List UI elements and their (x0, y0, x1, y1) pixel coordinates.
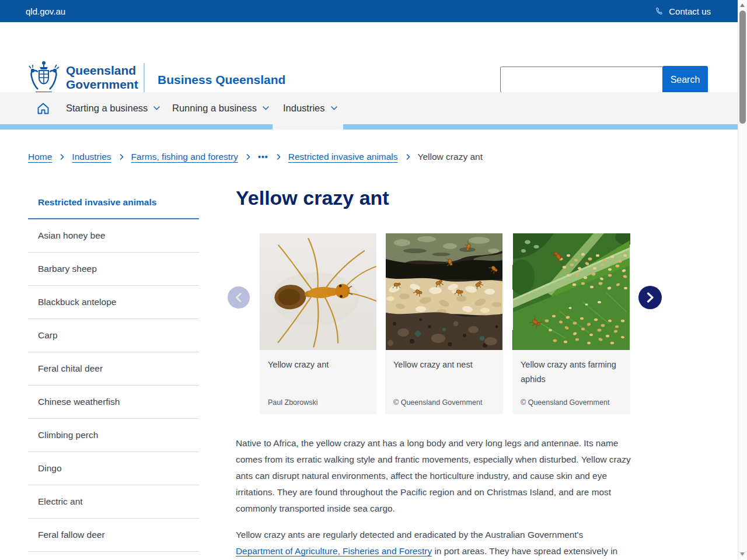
site-title[interactable]: Business Queensland (158, 73, 285, 87)
breadcrumb-separator-icon (276, 153, 281, 160)
chevron-down-icon (153, 106, 160, 111)
logo-wordmark: Queensland Government (66, 64, 138, 92)
vertical-scrollbar[interactable] (738, 0, 747, 560)
breadcrumb-home[interactable]: Home (28, 152, 52, 162)
breadcrumb: Home Industries Farms, fishing and fores… (28, 152, 483, 162)
chevron-right-icon (645, 292, 655, 303)
department-of-agriculture-link[interactable]: Department of Agriculture, Fisheries and… (236, 546, 432, 556)
article-body: Native to Africa, the yellow crazy ant h… (236, 435, 632, 560)
intro-paragraph: Native to Africa, the yellow crazy ant h… (236, 435, 632, 517)
search-input[interactable] (500, 66, 664, 93)
image-credit: © Queensland Government (521, 398, 609, 407)
home-icon (36, 102, 50, 116)
sidebar-item-feral-fallow-deer[interactable]: Feral fallow deer (28, 519, 199, 552)
carousel-caption-area: Yellow crazy ant nest © Queensland Gover… (385, 350, 503, 414)
phone-icon (655, 6, 664, 16)
scrollbar-up-arrow[interactable] (740, 4, 745, 7)
sidebar-item-feral-chital-deer[interactable]: Feral chital deer (28, 352, 199, 386)
sidebar-item-asian-honey-bee[interactable]: Asian honey bee (28, 219, 199, 253)
carousel-caption-area: Yellow crazy ants farming aphids © Queen… (512, 350, 630, 414)
site-header: Queensland Government Business Queenslan… (0, 22, 738, 92)
breadcrumb-separator-icon (246, 153, 250, 160)
sidebar-item-dingo[interactable]: Dingo (28, 452, 199, 485)
contact-us-label: Contact us (669, 6, 711, 16)
sidebar-item-blackbuck-antelope[interactable]: Blackbuck antelope (28, 286, 199, 319)
breadcrumb-separator-icon (406, 153, 410, 160)
carousel-caption-area: Yellow crazy ant Paul Zborowski (260, 350, 376, 414)
main-navigation: Starting a business Running a business I… (0, 92, 738, 130)
sidebar-item-electric-ant[interactable]: Electric ant (28, 485, 199, 519)
nav-item-industries[interactable]: Industries (283, 92, 338, 124)
nav-home-button[interactable] (36, 102, 50, 116)
image-caption: Yellow crazy ant (268, 358, 368, 372)
carousel-slide-2: Yellow crazy ant nest © Queensland Gover… (385, 233, 503, 414)
image-caption: Yellow crazy ants farming aphids (521, 358, 622, 387)
nav-accent-stripe (0, 124, 738, 130)
second-paragraph: Yellow crazy ants are regularly detected… (236, 527, 632, 559)
search-area: Search (500, 66, 708, 93)
carousel-slide-1: Yellow crazy ant Paul Zborowski (260, 233, 376, 414)
coat-of-arms-icon (28, 60, 60, 96)
breadcrumb-separator-icon (60, 153, 64, 160)
sidebar-heading-restricted-invasive-animals[interactable]: Restricted invasive animals (28, 192, 199, 219)
breadcrumb-farms-fishing-forestry[interactable]: Farms, fishing and forestry (131, 152, 238, 162)
breadcrumb-collapsed-ellipsis[interactable]: ••• (258, 152, 268, 162)
chevron-down-icon (330, 106, 338, 111)
carousel-slide-3: Yellow crazy ants farming aphids © Queen… (512, 233, 630, 414)
second-paragraph-text: Yellow crazy ants are regularly detected… (236, 530, 583, 540)
contact-us-link[interactable]: Contact us (655, 6, 711, 16)
nav-item-label: Industries (283, 103, 325, 114)
header-divider (144, 63, 145, 96)
search-button[interactable]: Search (662, 66, 708, 93)
chevron-left-icon (234, 292, 243, 303)
breadcrumb-industries[interactable]: Industries (72, 152, 111, 162)
nav-active-tab-indicator (273, 124, 343, 130)
scrollbar-thumb[interactable] (739, 10, 746, 124)
sidebar-item-barbary-sheep[interactable]: Barbary sheep (28, 253, 199, 286)
yellow-crazy-ant-photo (260, 233, 376, 350)
logo-line-2: Government (66, 78, 138, 92)
breadcrumb-current-page: Yellow crazy ant (418, 152, 483, 162)
logo-line-1: Queensland (66, 64, 138, 78)
second-paragraph-text: in port areas. They have spread extensiv… (432, 546, 617, 556)
nav-item-label: Starting a business (66, 103, 148, 114)
image-credit: Paul Zborowski (268, 398, 317, 407)
sidebar-item-chinese-weatherfish[interactable]: Chinese weatherfish (28, 386, 199, 419)
breadcrumb-restricted-invasive-animals[interactable]: Restricted invasive animals (288, 152, 398, 162)
government-top-bar: qld.gov.au Contact us (0, 0, 738, 22)
nav-item-running-a-business[interactable]: Running a business (172, 92, 270, 124)
carousel-previous-button[interactable] (228, 286, 250, 309)
qld-gov-link[interactable]: qld.gov.au (26, 6, 65, 16)
carousel-next-button[interactable] (638, 286, 662, 309)
yellow-crazy-ants-farming-aphids-photo (512, 233, 630, 350)
image-caption: Yellow crazy ant nest (393, 358, 495, 372)
scrollbar-down-arrow[interactable] (740, 552, 745, 556)
chevron-down-icon (262, 106, 270, 111)
queensland-government-logo[interactable]: Queensland Government (28, 60, 138, 96)
nav-item-starting-a-business[interactable]: Starting a business (66, 92, 160, 124)
yellow-crazy-ant-nest-photo (385, 233, 503, 350)
sidebar-item-climbing-perch[interactable]: Climbing perch (28, 419, 199, 452)
image-credit: © Queensland Government (393, 398, 482, 407)
sidebar-item-carp[interactable]: Carp (28, 319, 199, 352)
section-sidebar: Restricted invasive animals Asian honey … (28, 192, 199, 552)
page-title: Yellow crazy ant (236, 187, 389, 209)
nav-item-label: Running a business (172, 103, 257, 114)
page: qld.gov.au Contact us (0, 0, 747, 560)
breadcrumb-separator-icon (119, 153, 124, 160)
